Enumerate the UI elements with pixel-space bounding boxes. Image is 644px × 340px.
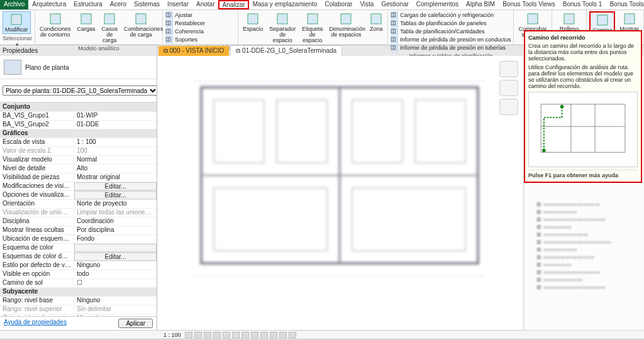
tab-anotar[interactable]: Anotar (192, 0, 218, 9)
prop-value[interactable]: todo (74, 270, 157, 278)
prop-value[interactable]: Ninguno (74, 297, 157, 305)
prop-row[interactable]: Estilo por defecto de visualización de a… (0, 261, 157, 270)
prop-value[interactable]: Ninguno (74, 261, 157, 270)
tab-insertar[interactable]: Insertar (164, 0, 192, 9)
ribbon-coherencia-button[interactable]: ◫Coherencia (165, 28, 205, 35)
ribbon-combinaciones-button[interactable]: Combinaciones de carga (122, 11, 160, 38)
prop-row[interactable]: DisciplinaCoordinación (0, 217, 157, 226)
prop-row[interactable]: Rango: nivel superiorSin delimitar (0, 305, 157, 314)
prop-value[interactable]: Editar... (74, 182, 157, 190)
analytical-icon[interactable] (279, 332, 287, 338)
ribbon-condiciones-button[interactable]: Condiciones de contorno (38, 11, 73, 38)
temp-hide-icon[interactable] (260, 332, 268, 338)
tab-analizar[interactable]: Analizar (218, 0, 248, 9)
prop-value[interactable]: 01-DDE (74, 121, 157, 129)
prop-value[interactable]: Editar... (74, 191, 157, 199)
prop-value[interactable]: Editar... (74, 253, 157, 261)
ribbon-tabla-cant-button[interactable]: ◫Tabla de planificación/Cantidades (391, 28, 511, 35)
tab-sistemas[interactable]: Sistemas (130, 0, 164, 9)
visual-style-icon[interactable] (194, 332, 202, 338)
prop-value[interactable]: 1 : 100 (74, 138, 157, 146)
navbar-home-icon[interactable] (499, 61, 518, 77)
ribbon-separador-button[interactable]: Separador de espacio (267, 11, 297, 44)
ribbon-perdida-cond-button[interactable]: ◫Informe de pérdida de presión en conduc… (391, 36, 511, 43)
ribbon-zona-button[interactable]: Zona (367, 11, 385, 33)
help-link[interactable]: Ayuda de propiedades (4, 319, 67, 328)
ribbon-ajustar-button[interactable]: ◫Ajustar (165, 11, 205, 19)
ribbon-espacio-button[interactable]: Espacio (241, 11, 265, 33)
prop-value[interactable] (74, 244, 157, 252)
ribbon-mostrar-button[interactable]: Mostrar (618, 11, 641, 33)
instance-select[interactable]: Plano de planta: 01-DDE-2G_L0_SoleraTerm… (3, 85, 157, 96)
prop-value[interactable]: Sin delimitar (74, 305, 157, 314)
prop-row[interactable]: Camino de sol☐ (0, 279, 157, 288)
shadow-icon[interactable] (213, 332, 221, 338)
ribbon-restablecer-button[interactable]: ◫Restablecer (165, 19, 205, 27)
tab-arquitectura[interactable]: Arquitectura (28, 0, 70, 9)
tab-colaborar[interactable]: Colaborar (321, 0, 356, 9)
tab-estructura[interactable]: Estructura (70, 0, 106, 9)
ribbon-perdida-tub-button[interactable]: ◫Informe de pérdida de presión en tuberí… (391, 44, 511, 52)
prop-row[interactable]: Rango: nivel baseNinguno (0, 297, 157, 305)
prop-value[interactable]: Mostrar original (74, 173, 157, 182)
crop-icon[interactable] (232, 332, 240, 338)
navbar-cube-icon[interactable] (499, 80, 518, 96)
ribbon-modificar-button[interactable]: Modificar (3, 11, 31, 34)
prop-row[interactable]: Visible en opcióntodo (0, 270, 157, 279)
detail-icon[interactable] (185, 332, 192, 338)
prop-row[interactable]: Visualización de unión de murosLimpiar t… (0, 209, 157, 217)
sun-icon[interactable] (204, 332, 211, 338)
prop-value[interactable]: Norte de proyecto (74, 200, 157, 208)
tab-bonus2[interactable]: Bonus Tools 2 (606, 0, 644, 9)
prop-value[interactable]: Normal (74, 156, 157, 164)
prop-row[interactable]: Ubicación de esquema de colorFondo (0, 235, 157, 244)
prop-row[interactable]: Esquemas de color de sistemaEditar... (0, 253, 157, 261)
prop-row[interactable]: Nivel de detalleAlto (0, 165, 157, 173)
prop-row[interactable]: Valor de escala 1:100 (0, 147, 157, 156)
ribbon-cargas-button[interactable]: Cargas (75, 11, 97, 33)
unlock-icon[interactable] (251, 332, 258, 338)
navbar-wheel-icon[interactable] (499, 99, 518, 115)
prop-row[interactable]: Escala de vista1 : 100 (0, 138, 157, 147)
prop-row[interactable]: Mostrar líneas ocultasPor disciplina (0, 226, 157, 235)
prop-row[interactable]: OrientaciónNorte de proyecto (0, 200, 157, 209)
tab-masa[interactable]: Masa y emplazamiento (249, 0, 321, 9)
tab-complementos[interactable]: Complementos (413, 0, 462, 9)
tab-alphabim[interactable]: Alpha BIM (462, 0, 499, 9)
tab-bonusviews[interactable]: Bonus Tools Views (499, 0, 559, 9)
properties-grid[interactable]: ConjuntoBA_VIS_Grupo101-WIPBA_VIS_Grupo2… (0, 102, 157, 316)
prop-value[interactable]: Alto (74, 165, 157, 173)
prop-row[interactable]: Esquema de color (0, 244, 157, 253)
viewtab-solera[interactable]: ⧉ 01-DDE-2G_L0_SoleraTerminada (230, 45, 342, 56)
ribbon-tablas-paneles-button[interactable]: ◫Tablas de planificación de paneles (391, 19, 511, 27)
tab-archivo[interactable]: Archivo (0, 0, 28, 9)
prop-value[interactable]: Por disciplina (74, 226, 157, 234)
tab-acero[interactable]: Acero (106, 0, 130, 9)
prop-row[interactable]: BA_VIS_Grupo201-DDE (0, 121, 157, 129)
render-icon[interactable] (223, 332, 230, 338)
link-icon[interactable] (289, 332, 296, 338)
prop-value[interactable]: 01-WIP (74, 112, 157, 120)
crop-show-icon[interactable] (242, 332, 249, 338)
reveal-icon[interactable] (270, 332, 277, 338)
scale-label[interactable]: 1 : 100 (164, 332, 181, 338)
prop-row[interactable]: Visibilidad de piezasMostrar original (0, 173, 157, 182)
tab-bonus1[interactable]: Bonus Tools 1 (559, 0, 606, 9)
prop-row[interactable]: Modificaciones de visibilidad/gráficosEd… (0, 182, 157, 191)
ribbon-cargas-cr-button[interactable]: ◫Cargas de calefacción y refrigeración (391, 11, 511, 19)
prop-value[interactable]: Limpiar todas las uniones de muros (74, 209, 157, 217)
ribbon-etiqueta-button[interactable]: Etiqueta de espacio (300, 11, 325, 44)
tab-gestionar[interactable]: Gestionar (377, 0, 412, 9)
prop-row[interactable]: Visualizar modeloNormal (0, 156, 157, 165)
prop-row[interactable]: Opciones de visualización de gráficosEdi… (0, 191, 157, 200)
type-selector[interactable]: Plano de planta (0, 56, 157, 79)
prop-value[interactable]: ☐ (74, 279, 157, 287)
prop-row[interactable]: BA_VIS_Grupo101-WIP (0, 112, 157, 121)
viewtab-inicio[interactable]: ⧉ 000 - VISTA INICIO (158, 46, 229, 56)
ribbon-soportes-button[interactable]: ◫Soportes (165, 36, 205, 43)
ribbon-casos-button[interactable]: Casos de carga (100, 11, 120, 44)
drawing-canvas[interactable] (157, 56, 523, 330)
prop-value[interactable]: Coordinación (74, 217, 157, 226)
prop-value[interactable]: Fondo (74, 235, 157, 243)
tab-vista[interactable]: Vista (356, 0, 377, 9)
